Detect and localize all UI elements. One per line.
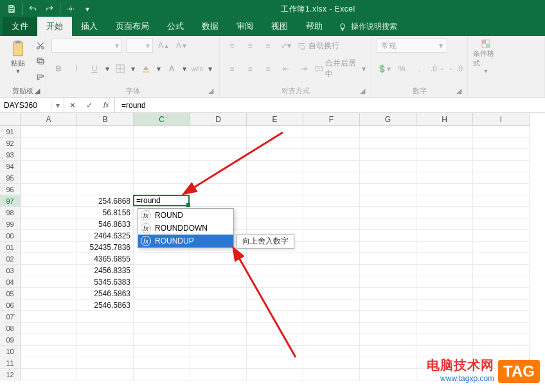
tab-help[interactable]: 帮助 xyxy=(297,17,332,36)
cut-button[interactable] xyxy=(33,39,48,53)
increase-indent-button[interactable]: ⇥ xyxy=(297,62,311,76)
align-bottom-button[interactable]: ≡ xyxy=(261,39,275,53)
insert-function-button[interactable]: fx xyxy=(98,101,114,110)
font-size-combo[interactable]: ▾ xyxy=(126,39,153,53)
group-styles: 条件格式 ▼ xyxy=(468,36,545,97)
wrap-text-button[interactable]: 自动换行 xyxy=(297,40,339,51)
svg-rect-3 xyxy=(13,42,23,55)
watermark-title: 电脑技术网 xyxy=(427,357,494,374)
tab-file[interactable]: 文件 xyxy=(3,17,37,36)
font-color-button[interactable]: A xyxy=(165,62,179,76)
merge-center-button[interactable]: 合并后居中 ▾ xyxy=(315,58,366,80)
annotation-arrows xyxy=(0,113,545,392)
tell-me-search[interactable]: 操作说明搜索 xyxy=(338,21,397,36)
svg-rect-8 xyxy=(37,58,42,62)
cancel-edit-button[interactable]: ✕ xyxy=(64,101,81,110)
svg-line-15 xyxy=(192,132,283,189)
phonetic-button[interactable]: wén xyxy=(190,62,204,76)
watermark-url: www.tagxp.com xyxy=(427,374,494,383)
tab-insert[interactable]: 插入 xyxy=(72,17,107,36)
increase-font-button[interactable]: A▲ xyxy=(157,39,171,53)
dialog-launcher-icon[interactable]: ◢ xyxy=(358,87,367,96)
tab-review[interactable]: 审阅 xyxy=(228,17,262,36)
italic-button[interactable]: I xyxy=(69,62,84,76)
redo-icon[interactable] xyxy=(42,2,57,16)
group-label-font: 字体◢ xyxy=(51,85,214,96)
confirm-edit-button[interactable]: ✓ xyxy=(81,101,98,110)
increase-decimal-button[interactable]: .0→ xyxy=(431,62,445,76)
name-box[interactable]: ▾ xyxy=(0,98,64,112)
group-alignment: ≡ ≡ ≡ ⤢▾ 自动换行 ≡ ≡ ≡ ⇤ ⇥ 合并后居中 ▾ 对齐方式◢ xyxy=(220,36,371,97)
title-bar: ▾ 工作簿1.xlsx - Excel xyxy=(0,0,545,18)
undo-icon[interactable] xyxy=(25,2,40,16)
format-painter-button[interactable] xyxy=(33,69,48,84)
align-left-button[interactable]: ≡ xyxy=(225,62,239,76)
align-top-button[interactable]: ≡ xyxy=(225,39,239,53)
conditional-format-icon xyxy=(478,39,494,49)
quick-access-toolbar: ▾ xyxy=(4,2,95,16)
tab-data[interactable]: 数据 xyxy=(193,17,228,36)
svg-rect-0 xyxy=(10,6,13,8)
svg-point-2 xyxy=(69,8,72,10)
copy-button[interactable] xyxy=(33,54,48,68)
svg-rect-4 xyxy=(15,40,21,43)
watermark: 电脑技术网 www.tagxp.com TAG xyxy=(427,357,540,383)
name-box-dropdown-icon[interactable]: ▾ xyxy=(51,101,63,110)
align-middle-button[interactable]: ≡ xyxy=(243,39,257,53)
svg-rect-1 xyxy=(10,10,13,12)
name-box-input[interactable] xyxy=(0,101,51,110)
percent-button[interactable]: % xyxy=(395,62,409,76)
fill-color-button[interactable] xyxy=(139,62,153,76)
ribbon-tabs: 文件 开始 插入 页面布局 公式 数据 审阅 视图 帮助 操作说明搜索 xyxy=(0,18,545,36)
paste-button[interactable]: 粘贴 ▼ xyxy=(5,39,31,75)
border-button[interactable] xyxy=(113,62,127,76)
group-label-number: 数字◢ xyxy=(377,85,462,96)
watermark-tag: TAG xyxy=(498,360,540,383)
comma-button[interactable]: , xyxy=(413,62,427,76)
tab-formulas[interactable]: 公式 xyxy=(158,17,193,36)
orientation-button[interactable]: ⤢▾ xyxy=(279,39,293,53)
bold-button[interactable]: B xyxy=(51,62,66,76)
svg-line-16 xyxy=(238,256,296,357)
align-center-button[interactable]: ≡ xyxy=(243,62,257,76)
align-right-button[interactable]: ≡ xyxy=(261,62,275,76)
group-clipboard: 粘贴 ▼ 剪贴板◢ xyxy=(0,36,46,97)
save-icon[interactable] xyxy=(4,2,19,16)
touch-mode-icon[interactable] xyxy=(63,2,78,16)
tab-view[interactable]: 视图 xyxy=(262,17,297,36)
dialog-launcher-icon[interactable]: ◢ xyxy=(454,87,463,96)
group-label-styles xyxy=(473,94,539,96)
underline-button[interactable]: U xyxy=(87,62,102,76)
decrease-font-button[interactable]: A▼ xyxy=(175,39,189,53)
tab-layout[interactable]: 页面布局 xyxy=(107,17,158,36)
conditional-formatting-button[interactable]: 条件格式 ▼ xyxy=(473,39,499,75)
window-title: 工作簿1.xlsx - Excel xyxy=(95,4,541,15)
clipboard-icon xyxy=(10,39,26,58)
decrease-indent-button[interactable]: ⇤ xyxy=(279,62,293,76)
svg-rect-13 xyxy=(482,40,486,44)
group-font: ▾ ▾ A▲ A▼ B I U▾ ▾ ▾ A▾ wén▾ 字体◢ xyxy=(46,36,220,97)
formula-bar: ▾ ✕ ✓ fx xyxy=(0,98,545,113)
dialog-launcher-icon[interactable]: ◢ xyxy=(206,87,215,96)
svg-rect-14 xyxy=(486,44,490,48)
qat-customize-icon[interactable]: ▾ xyxy=(80,2,95,16)
lightbulb-icon xyxy=(338,22,347,31)
group-label-clipboard: 剪贴板◢ xyxy=(5,85,40,96)
number-format-combo[interactable]: 常规▾ xyxy=(377,39,447,53)
tell-me-label: 操作说明搜索 xyxy=(351,21,397,32)
ribbon: 粘贴 ▼ 剪贴板◢ ▾ ▾ A▲ A▼ B I U▾ ▾ ▾ A▾ xyxy=(0,36,545,98)
font-name-combo[interactable]: ▾ xyxy=(51,39,122,53)
svg-rect-7 xyxy=(39,60,44,64)
svg-rect-10 xyxy=(143,71,150,73)
formula-input[interactable] xyxy=(115,98,545,112)
tab-home[interactable]: 开始 xyxy=(37,17,72,36)
group-label-alignment: 对齐方式◢ xyxy=(225,85,366,96)
dialog-launcher-icon[interactable]: ◢ xyxy=(33,87,42,96)
decrease-decimal-button[interactable]: ←.0 xyxy=(449,62,463,76)
spreadsheet-grid[interactable]: ABCDEFGHI 919293949596979899000102030405… xyxy=(0,113,545,392)
group-number: 常规▾ 💲▾ % , .0→ ←.0 数字◢ xyxy=(371,36,468,97)
accounting-format-button[interactable]: 💲▾ xyxy=(377,62,391,76)
